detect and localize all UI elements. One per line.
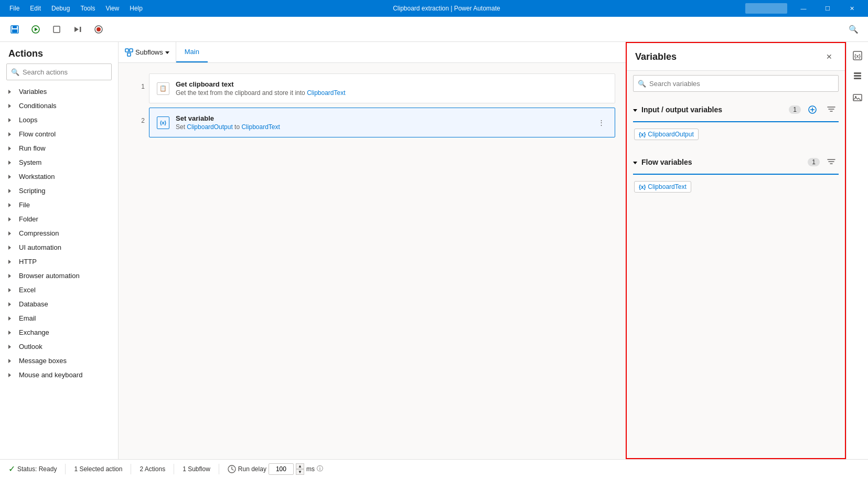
menu-file[interactable]: File <box>4 0 25 17</box>
step-card-2[interactable]: {x} Set variable Set ClipboardOutput to … <box>149 108 615 137</box>
run-delay-down-button[interactable]: ▼ <box>296 469 304 475</box>
close-button[interactable]: ✕ <box>840 0 864 17</box>
svg-marker-6 <box>74 27 79 32</box>
search-variables-input[interactable] <box>649 80 834 88</box>
action-item-scripting[interactable]: Scripting <box>0 184 118 198</box>
search-icon: 🔍 <box>11 68 19 76</box>
chevron-right-icon <box>8 188 15 194</box>
stop-button[interactable] <box>48 21 65 38</box>
tab-main[interactable]: Main <box>176 42 208 62</box>
step-var2: ClipboardText <box>241 123 280 131</box>
var-chip-label: ClipboardText <box>648 183 686 190</box>
var-chip-clipboard-output[interactable]: {x} ClipboardOutput <box>634 129 699 140</box>
canvas-area: Subflows Main 1 📋 Get clipboard text Get… <box>119 42 626 459</box>
action-item-ui-automation[interactable]: UI automation <box>0 240 118 254</box>
step-title-2: Set variable <box>176 114 588 122</box>
step-title-1: Get clipboard text <box>176 80 607 88</box>
action-item-browser-automation[interactable]: Browser automation <box>0 269 118 283</box>
flow-variables-header[interactable]: Flow variables 1 <box>627 151 845 174</box>
step-card-1[interactable]: 📋 Get clipboard text Get the text from t… <box>149 73 615 103</box>
status-divider-4 <box>219 464 219 474</box>
run-delay-up-button[interactable]: ▲ <box>296 463 304 469</box>
action-item-exchange[interactable]: Exchange <box>0 325 118 339</box>
action-label: Conditionals <box>19 102 57 110</box>
next-step-button[interactable] <box>69 21 86 38</box>
input-output-header[interactable]: Input / output variables 1 <box>627 98 845 121</box>
search-button[interactable]: 🔍 <box>845 21 862 38</box>
action-item-file[interactable]: File <box>0 198 118 212</box>
action-item-run-flow[interactable]: Run flow <box>0 141 118 155</box>
svg-rect-1 <box>13 26 17 28</box>
action-item-message-boxes[interactable]: Message boxes <box>0 354 118 368</box>
selected-actions-count: 1 Selected action <box>74 465 122 473</box>
search-variables-box[interactable]: 🔍 <box>633 75 839 92</box>
status-divider-3 <box>174 464 174 474</box>
step-info-1: Get clipboard text Get the text from the… <box>176 80 607 97</box>
action-item-folder[interactable]: Folder <box>0 212 118 226</box>
step-menu-button-2[interactable]: ⋮ <box>595 116 607 129</box>
menu-edit[interactable]: Edit <box>25 0 46 17</box>
subflows-button[interactable]: Subflows <box>119 42 176 62</box>
action-item-compression[interactable]: Compression <box>0 226 118 240</box>
step-var-1: ClipboardText <box>307 89 345 97</box>
minimize-button[interactable]: — <box>791 0 816 17</box>
search-actions-input[interactable] <box>23 68 107 76</box>
assets-sidebar-button[interactable] <box>848 67 867 86</box>
action-item-email[interactable]: Email <box>0 311 118 325</box>
run-button[interactable] <box>27 21 44 38</box>
add-variable-button[interactable] <box>805 102 820 117</box>
menu-tools[interactable]: Tools <box>75 0 100 17</box>
search-actions-box[interactable]: 🔍 <box>6 63 112 80</box>
svg-rect-10 <box>125 49 128 52</box>
action-label: Browser automation <box>19 272 80 280</box>
input-output-chevron-icon <box>633 106 637 114</box>
action-label: Email <box>19 314 36 322</box>
svg-rect-2 <box>12 29 17 33</box>
variables-close-button[interactable]: ✕ <box>822 49 837 64</box>
tabs-bar: Subflows Main <box>119 42 626 63</box>
action-item-excel[interactable]: Excel <box>0 283 118 297</box>
svg-point-9 <box>97 27 101 31</box>
action-item-database[interactable]: Database <box>0 297 118 311</box>
menu-help[interactable]: Help <box>124 0 148 17</box>
var-chip-clipboard-text[interactable]: {x} ClipboardText <box>634 181 691 193</box>
action-item-mouse-keyboard[interactable]: Mouse and keyboard <box>0 368 118 382</box>
action-item-conditionals[interactable]: Conditionals <box>0 99 118 113</box>
layers-icon <box>853 72 862 81</box>
status-ready: ✓ Status: Ready <box>8 464 57 474</box>
run-delay-input[interactable] <box>269 463 294 475</box>
images-sidebar-button[interactable] <box>848 88 867 107</box>
search-variables-icon: 🔍 <box>638 80 646 88</box>
input-output-title: Input / output variables <box>641 105 785 114</box>
action-item-outlook[interactable]: Outlook <box>0 339 118 354</box>
record-button[interactable] <box>90 21 107 38</box>
step-desc-to: to <box>234 123 240 131</box>
chevron-right-icon <box>8 330 15 336</box>
step-desc-set: Set <box>176 123 185 131</box>
action-label: Message boxes <box>19 357 67 365</box>
variable-chip-icon: {x} <box>639 132 646 137</box>
action-item-workstation[interactable]: Workstation <box>0 169 118 184</box>
svg-rect-7 <box>80 27 81 32</box>
filter-flow-variables-button[interactable] <box>824 155 839 169</box>
action-item-loops[interactable]: Loops <box>0 113 118 127</box>
action-item-http[interactable]: HTTP <box>0 254 118 269</box>
flow-variables-section: Flow variables 1 {x} ClipboardText <box>627 151 845 199</box>
variables-sidebar-button[interactable]: {x} <box>848 46 867 65</box>
svg-rect-20 <box>854 72 861 74</box>
status-ready-icon: ✓ <box>8 464 15 474</box>
canvas-content: 1 📋 Get clipboard text Get the text from… <box>119 63 626 459</box>
menu-view[interactable]: View <box>100 0 124 17</box>
action-item-variables[interactable]: Variables <box>0 84 118 99</box>
save-button[interactable] <box>6 21 23 38</box>
action-item-system[interactable]: System <box>0 155 118 169</box>
svg-rect-11 <box>130 49 133 52</box>
action-label: Loops <box>19 116 37 124</box>
filter-input-output-button[interactable] <box>824 102 839 117</box>
action-label: Flow control <box>19 130 56 138</box>
action-item-flow-control[interactable]: Flow control <box>0 127 118 141</box>
user-avatar <box>745 3 787 14</box>
clipboard-icon: 📋 <box>157 82 169 95</box>
maximize-button[interactable]: ☐ <box>816 0 840 17</box>
menu-debug[interactable]: Debug <box>46 0 75 17</box>
